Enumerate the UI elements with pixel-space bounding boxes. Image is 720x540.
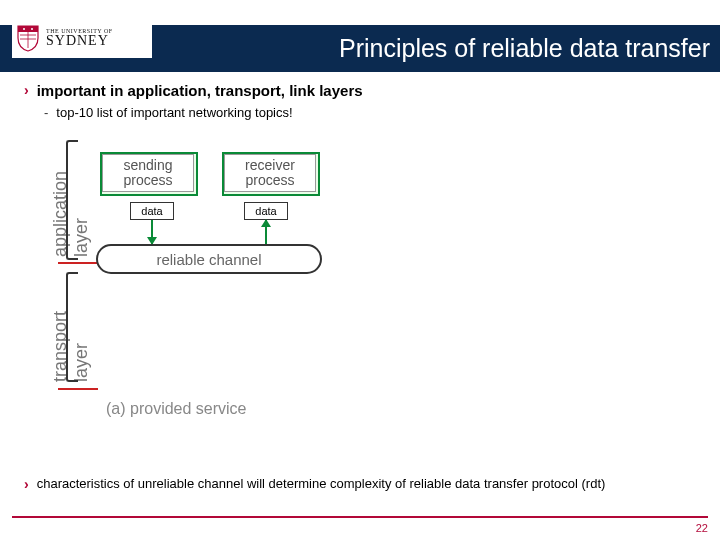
- data-box-left: data: [130, 202, 174, 220]
- diagram-caption: (a) provided service: [106, 400, 247, 418]
- arrow-down-icon: [151, 220, 153, 244]
- sending-line1: sending: [123, 158, 172, 173]
- brace-icon: [66, 140, 78, 260]
- slide-content: › important in application, transport, l…: [0, 72, 720, 422]
- page-number: 22: [696, 522, 708, 534]
- svg-point-0: [23, 28, 25, 30]
- slide-header: THE UNIVERSITY OF SYDNEY Principles of r…: [0, 0, 720, 72]
- bullet1-text: important in application, transport, lin…: [37, 82, 363, 99]
- receiver-line2: process: [245, 173, 294, 188]
- receiver-line1: receiver: [245, 158, 295, 173]
- chevron-icon: ›: [24, 82, 29, 99]
- brace-icon: [66, 272, 78, 382]
- reliable-transfer-diagram: application layer transport layer sendin…: [36, 132, 366, 422]
- footer-divider: [12, 516, 708, 518]
- underline: [58, 262, 98, 264]
- chevron-icon: ›: [24, 476, 29, 492]
- data-box-right: data: [244, 202, 288, 220]
- bullet2-text: top-10 list of important networking topi…: [56, 105, 292, 120]
- bullet-level2: - top-10 list of important networking to…: [44, 105, 696, 120]
- slide-title: Principles of reliable data transfer: [339, 34, 710, 63]
- bullet-level1: › important in application, transport, l…: [24, 82, 696, 99]
- sending-process-box: sending process: [100, 152, 198, 196]
- svg-point-1: [31, 28, 33, 30]
- bullet-level1: › characteristics of unreliable channel …: [24, 476, 696, 492]
- receiver-process-box: receiver process: [222, 152, 320, 196]
- reliable-channel-box: reliable channel: [96, 244, 322, 274]
- dash-icon: -: [44, 105, 48, 120]
- logo-bottom-line: SYDNEY: [46, 34, 113, 48]
- university-logo: THE UNIVERSITY OF SYDNEY: [12, 18, 152, 58]
- arrow-up-icon: [265, 220, 267, 244]
- sending-line2: process: [123, 173, 172, 188]
- underline: [58, 388, 98, 390]
- shield-icon: [16, 24, 40, 52]
- bullet3-text: characteristics of unreliable channel wi…: [37, 476, 606, 492]
